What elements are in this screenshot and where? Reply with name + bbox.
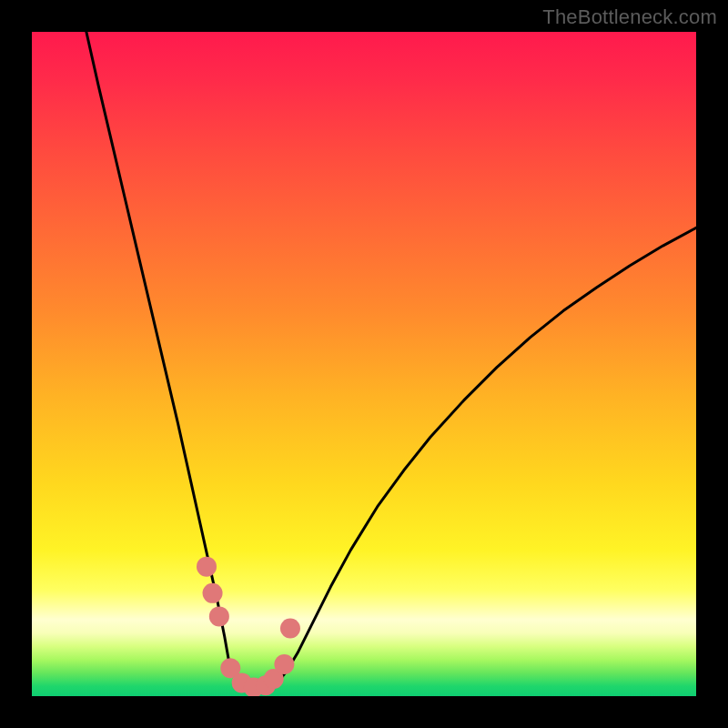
plot-area	[32, 32, 696, 696]
marker-point	[203, 583, 223, 603]
plot-svg	[32, 32, 696, 696]
marker-point	[280, 619, 300, 639]
marker-point	[197, 557, 217, 577]
chart-frame: TheBottleneck.com	[0, 0, 728, 728]
watermark-text: TheBottleneck.com	[542, 5, 717, 29]
marker-point	[274, 654, 294, 674]
marker-point	[209, 606, 229, 626]
gradient-background	[32, 32, 696, 696]
